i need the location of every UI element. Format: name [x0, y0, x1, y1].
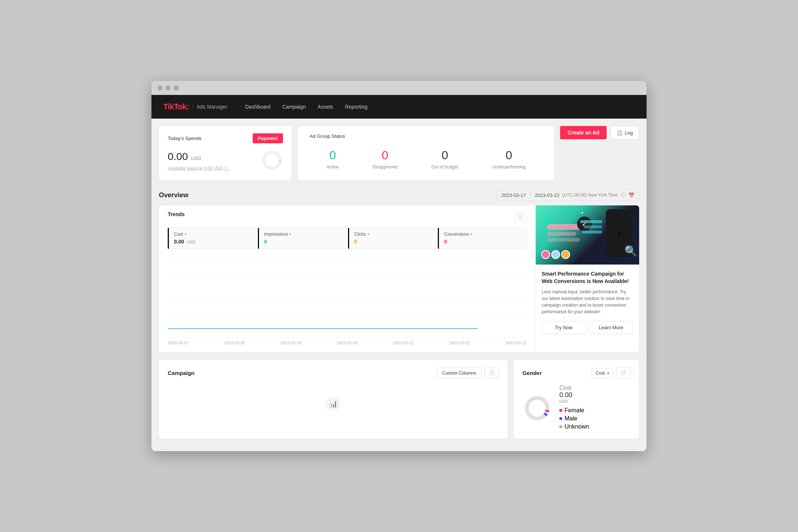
promo-avatar-3 [561, 250, 570, 259]
metric-impressions-chevron: ▾ [289, 232, 291, 236]
metric-cost-value: 0.00 [174, 239, 184, 245]
spend-balance: Available balance 0.00 USD ⓘ [168, 166, 252, 172]
browser-content: TikTok: Ads Manager Dashboard Campaign A… [151, 95, 647, 451]
nav-assets[interactable]: Assets [318, 103, 333, 110]
top-row: Today's Spends Payment 0.00 USD Availabl… [159, 126, 639, 180]
promo-card: ➜ ✦ ✓ ♪ [536, 205, 639, 352]
try-now-button[interactable]: Try Now [542, 321, 586, 334]
help-icon[interactable]: ⓘ [224, 166, 229, 171]
campaign-section: Campaign Custom Columns 📄 📊 [159, 360, 508, 439]
status-active-label: Active [327, 164, 339, 170]
spend-header: Today's Spends Payment [168, 133, 283, 143]
gender-export-icon: 📄 [620, 370, 626, 376]
gender-donut-chart [522, 393, 552, 423]
status-disapproved-label: Disapproved [373, 164, 398, 170]
spend-title: Today's Spends [168, 136, 201, 141]
nav-reporting[interactable]: Reporting [345, 103, 368, 110]
promo-headline: Smart Performance Campaign for Web Conve… [542, 270, 633, 285]
browser-dot-red [157, 85, 163, 91]
x-label-2: 2023-03-19 [280, 341, 301, 345]
promo-avatar-2 [551, 250, 560, 259]
custom-columns-button[interactable]: Custom Columns [437, 368, 482, 379]
gender-cost-label: Cost [559, 385, 589, 391]
promo-image-content: ➜ ✦ ✓ ♪ [536, 205, 639, 265]
gender-chart-area: Cost 0.00 USD Female [522, 385, 630, 432]
nav-links: Dashboard Campaign Assets Reporting [245, 103, 367, 110]
create-ad-button[interactable]: Create an Ad [560, 126, 607, 139]
promo-buttons: Try Now Learn More [542, 321, 633, 334]
document-icon: 📋 [617, 130, 623, 136]
metric-impressions-card[interactable]: Impressions ▾ 0 [258, 228, 347, 249]
status-outofbudget-value: 0 [432, 149, 458, 162]
log-button[interactable]: 📋 Log [610, 126, 639, 140]
promo-sparkle-icon: ✦ [580, 210, 584, 216]
x-label-6: 2023-03-23 [506, 341, 526, 345]
campaign-title: Campaign [168, 370, 195, 376]
metrics-row: Cost ▾ 0.00 USD Impressions [168, 228, 526, 249]
metric-cost-label: Cost [174, 232, 183, 237]
cost-dropdown-label: Cost [596, 371, 605, 376]
cost-dropdown[interactable]: Cost ▾ [591, 368, 613, 378]
spend-currency: USD [191, 156, 201, 161]
status-disapproved-value: 0 [373, 149, 398, 162]
payment-button[interactable]: Payment [253, 133, 283, 143]
promo-magnifier-icon: 🔍 [624, 245, 637, 257]
promo-avatar-1 [541, 250, 550, 259]
male-legend-label: Male [565, 415, 577, 422]
date-range-separator: ⌃ [529, 193, 532, 197]
metric-conversions-card[interactable]: Conversions ▾ 0 [438, 228, 526, 249]
calendar-icon: 📅 [628, 192, 634, 198]
status-card: Ad Group Status 0 Active 0 Disapproved 0 [298, 126, 554, 180]
gender-legend-unknown: Unknown [559, 423, 589, 430]
campaign-empty-state: 📊 [168, 383, 499, 427]
status-outofbudget-label: Out of budget [432, 164, 458, 170]
main-content: Today's Spends Payment 0.00 USD Availabl… [151, 119, 647, 451]
campaign-export-button[interactable]: 📄 [485, 367, 499, 379]
metric-clicks-label: Clicks [354, 232, 366, 237]
chevron-down-icon: ▾ [607, 371, 609, 376]
male-legend-dot [559, 417, 562, 420]
metric-clicks-card[interactable]: Clicks ▾ 0 [348, 228, 437, 249]
tiktok-logo-icon: ♪ [617, 228, 621, 238]
date-range-picker[interactable]: 2023-03-17 ⌃ 2023-03-23 (UTC-05:00) New … [497, 189, 639, 201]
metric-impressions-label: Impressions [264, 232, 288, 237]
trends-export-button[interactable]: 📄 [514, 213, 526, 222]
gender-legend-female: Female [559, 407, 589, 414]
date-start: 2023-03-17 [501, 192, 526, 198]
metric-conversions-label: Conversions [444, 232, 469, 237]
spend-number-row: 0.00 USD [168, 151, 252, 163]
gender-header: Gender Cost ▾ 📄 [522, 367, 630, 379]
date-end: 2023-03-23 [535, 192, 559, 198]
nav-dashboard[interactable]: Dashboard [245, 103, 270, 110]
female-legend-dot [559, 409, 562, 412]
export-icon: 📄 [489, 370, 495, 376]
nav-campaign[interactable]: Campaign [282, 103, 306, 110]
browser-window: TikTok: Ads Manager Dashboard Campaign A… [151, 81, 647, 451]
x-label-4: 2023-03-21 [393, 341, 414, 345]
timezone-label: (UTC-05:00) New York Time [562, 192, 618, 198]
metric-cost-unit: USD [187, 240, 195, 244]
status-active: 0 Active [327, 149, 339, 170]
bottom-row: Campaign Custom Columns 📄 📊 [159, 360, 639, 439]
female-legend-label: Female [565, 407, 584, 414]
trends-promo-section: Trends 📄 Cost ▾ 0.00 [159, 205, 639, 352]
status-items: 0 Active 0 Disapproved 0 Out of budget [310, 145, 542, 173]
metric-clicks-value: 0 [354, 239, 357, 245]
tiktok-wordmark: TikTok: [163, 102, 189, 112]
trends-section: Trends 📄 Cost ▾ 0.00 [159, 205, 536, 352]
browser-dot-green [174, 85, 179, 91]
metric-clicks-chevron: ▾ [368, 232, 369, 236]
x-label-3: 2023-03-20 [337, 341, 357, 345]
gender-cost-unit: USD [559, 399, 589, 403]
learn-more-button[interactable]: Learn More [589, 321, 633, 334]
x-label-5: 2023-03-22 [449, 341, 470, 345]
status-underperforming-value: 0 [492, 149, 525, 162]
main-nav: TikTok: Ads Manager Dashboard Campaign A… [151, 95, 647, 119]
promo-description: Less manual input, better performance. T… [542, 289, 633, 315]
chart-x-labels: 2023-03-17 2023-03-18 2023-03-19 2023-03… [168, 341, 526, 345]
metric-cost-card[interactable]: Cost ▾ 0.00 USD [168, 228, 256, 249]
spend-card: Today's Spends Payment 0.00 USD Availabl… [159, 126, 292, 180]
gender-title: Gender [522, 370, 542, 376]
trends-chart [168, 256, 526, 338]
gender-export-button[interactable]: 📄 [616, 367, 630, 379]
